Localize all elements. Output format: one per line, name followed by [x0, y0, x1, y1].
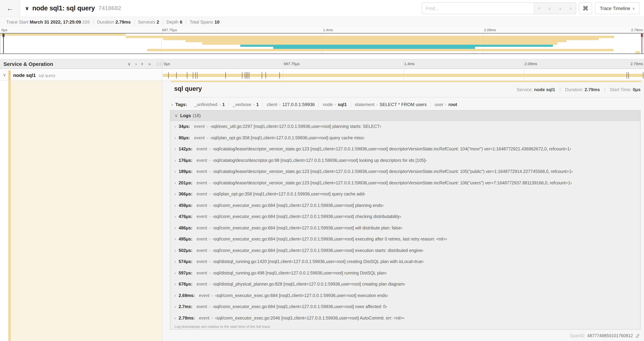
minimap-tick: 2.09ms: [484, 28, 496, 32]
column-resizer[interactable]: ❙❙: [156, 62, 161, 66]
log-timestamp: 201μs:: [179, 181, 192, 185]
log-event-tick: [242, 72, 242, 79]
log-timestamp: 80μs:: [179, 136, 190, 140]
log-expand-icon[interactable]: ›: [174, 192, 176, 197]
log-expand-icon[interactable]: ›: [174, 237, 176, 242]
log-expand-icon[interactable]: ›: [174, 147, 176, 152]
log-event-tick: [245, 72, 245, 79]
log-entry[interactable]: ›495μs:event=‹sql/conn_executor_exec.go:…: [170, 234, 640, 245]
log-entry[interactable]: ›502μs:event=‹sql/conn_executor_exec.go:…: [170, 245, 640, 256]
tags-row[interactable]: › Tags: _unfinished=1 _verbose=1 client=…: [172, 100, 640, 109]
log-entry[interactable]: ›574μs:event=‹sql/distsql_running.go:142…: [170, 256, 640, 267]
timeline-gridline: [524, 59, 524, 69]
summary-value-suffix: .326: [81, 20, 90, 25]
log-expand-icon[interactable]: ›: [174, 181, 176, 185]
log-expand-icon[interactable]: ›: [174, 136, 176, 140]
scrubber-grip[interactable]: [641, 34, 643, 37]
log-entry[interactable]: ›476μs:event=‹sql/conn_executor_exec.go:…: [170, 211, 640, 222]
log-message: ‹sql/conn_executor_exec.go:684 [nsql1,cl…: [213, 304, 387, 309]
log-expand-icon[interactable]: ›: [174, 169, 176, 174]
log-event-tick: [187, 72, 187, 79]
tag-value: 1: [256, 102, 259, 107]
log-entry[interactable]: ›459μs:event=‹sql/conn_executor_exec.go:…: [170, 200, 640, 211]
log-timestamp: 189μs:: [179, 169, 192, 174]
find-box: ⌖ ∧ ∨ ×: [422, 3, 576, 14]
timeline-gridline: [283, 59, 283, 69]
logs-header[interactable]: ∨ Logs (18): [170, 111, 640, 121]
log-message: ‹sql/catalog/lease/descriptor_version_st…: [213, 169, 573, 174]
minimap-span: [126, 36, 614, 38]
span-row-timeline-cell[interactable]: [162, 70, 644, 81]
log-expand-icon[interactable]: ›: [174, 158, 176, 163]
log-expand-icon[interactable]: ›: [174, 293, 176, 298]
log-expand-icon[interactable]: ›: [174, 259, 176, 264]
trace-summary-bar: Trace StartMarch 31 2022, 17:25:09.326 D…: [0, 17, 644, 27]
log-message: ‹sql/catalog/lease/descriptor_version_st…: [213, 181, 572, 185]
collapse-all-icon[interactable]: »: [140, 63, 145, 65]
log-expand-icon[interactable]: ›: [174, 124, 176, 129]
find-clear-icon[interactable]: ×: [570, 6, 572, 11]
log-entry[interactable]: ›189μs:event=‹sql/catalog/lease/descript…: [170, 166, 640, 177]
log-message: ‹sql/catalog/descs/descriptor.go:98 [nsq…: [213, 158, 426, 163]
log-field-name: event: [199, 293, 210, 298]
scrubber-grip[interactable]: [2, 34, 4, 37]
log-entry[interactable]: ›2.79ms:event=‹sql/conn_executor_exec.go…: [170, 312, 640, 324]
log-expand-icon[interactable]: ›: [174, 282, 176, 287]
log-expand-icon[interactable]: ›: [174, 248, 176, 253]
log-field-name: event: [199, 316, 210, 320]
log-expand-icon[interactable]: ›: [174, 226, 176, 230]
log-timestamp: 597μs:: [179, 271, 192, 275]
span-row-name-cell[interactable]: ∨ node sql1sql query: [0, 70, 162, 81]
log-entry[interactable]: ›366μs:event=‹sql/plan_opt.go:358 [nsql1…: [170, 189, 640, 200]
service-operation-header: Service & Operation ∨ › » » ❙❙: [0, 59, 162, 69]
tag-key: user: [435, 102, 444, 107]
find-prev-icon[interactable]: ∧: [548, 6, 551, 11]
log-event-tick: [262, 72, 262, 79]
minimap-span: [273, 47, 475, 49]
summary-value: 2: [157, 20, 159, 25]
collapse-trace-icon[interactable]: ∨: [25, 5, 29, 12]
log-entry[interactable]: ›142μs:event=‹sql/catalog/lease/descript…: [170, 143, 640, 155]
expand-one-icon[interactable]: ›: [136, 61, 137, 67]
log-entry[interactable]: ›597μs:event=‹sql/distsql_running.go:498…: [170, 267, 640, 279]
span-id-value: 4877749850101760812: [587, 333, 633, 338]
tag-key: statement: [355, 102, 374, 107]
tags-expand-icon[interactable]: ›: [172, 102, 173, 107]
log-expand-icon[interactable]: ›: [174, 316, 176, 320]
log-expand-icon[interactable]: ›: [174, 304, 176, 309]
find-input[interactable]: [422, 3, 534, 14]
summary-label: Total Spans: [190, 20, 213, 25]
timeline-gridline: [403, 59, 404, 69]
log-entry[interactable]: ›201μs:event=‹sql/catalog/lease/descript…: [170, 177, 640, 189]
span-collapse-icon[interactable]: ∨: [3, 73, 6, 77]
log-expand-icon[interactable]: ›: [174, 214, 176, 219]
summary-item: Duration2.79ms: [94, 20, 134, 25]
collapse-one-icon[interactable]: ∨: [128, 61, 131, 67]
log-expand-icon[interactable]: ›: [174, 203, 176, 208]
back-button[interactable]: ←: [0, 0, 20, 17]
span-duration-bar[interactable]: [163, 74, 644, 77]
log-entry[interactable]: ›34μs:event=‹sql/exec_util.go:2297 [nsql…: [170, 121, 640, 132]
log-equals: =: [209, 181, 211, 185]
log-field-name: event: [196, 271, 207, 275]
log-entry[interactable]: ›678μs:event=‹sql/distsql_physical_plann…: [170, 279, 640, 290]
minimap-right-scrubber[interactable]: [642, 34, 642, 53]
tag-item: _verbose=1: [229, 102, 263, 107]
log-event-tick: [643, 72, 643, 79]
minimap-canvas[interactable]: [0, 33, 644, 54]
log-expand-icon[interactable]: ›: [174, 271, 176, 275]
view-selector-button[interactable]: Trace Timeline ∨: [595, 3, 640, 14]
locate-icon[interactable]: ⌖: [538, 6, 541, 11]
log-event-tick: [249, 72, 250, 79]
log-entry[interactable]: ›176μs:event=‹sql/catalog/descs/descript…: [170, 155, 640, 166]
keyboard-shortcuts-button[interactable]: ⌘: [579, 3, 592, 14]
minimap-left-scrubber[interactable]: [3, 34, 4, 53]
log-message: ‹sql/conn_executor_exec.go:2046 [nsql1,c…: [215, 316, 404, 320]
deep-link-icon[interactable]: [635, 333, 640, 338]
log-entry[interactable]: ›2.7ms:event=‹sql/conn_executor_exec.go:…: [170, 301, 640, 312]
expand-all-icon[interactable]: »: [148, 61, 151, 67]
log-entry[interactable]: ›486μs:event=‹sql/conn_executor_exec.go:…: [170, 222, 640, 234]
log-entry[interactable]: ›80μs:event=‹sql/plan_opt.go:358 [nsql1,…: [170, 132, 640, 143]
log-entry[interactable]: ›2.69ms:event=‹sql/conn_executor_exec.go…: [170, 290, 640, 301]
find-next-icon[interactable]: ∨: [559, 6, 562, 11]
